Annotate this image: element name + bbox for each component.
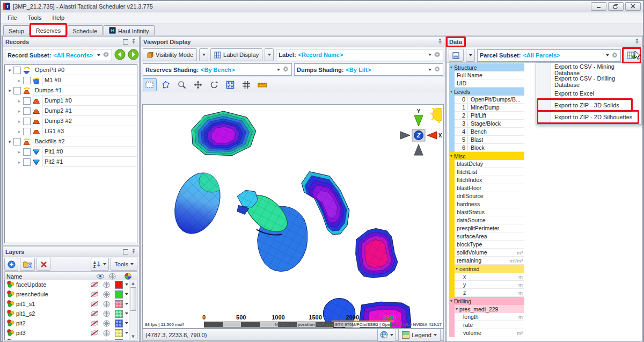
data-field-row[interactable]: lengthm [449, 313, 524, 321]
wireframe-icon[interactable] [100, 320, 113, 327]
gear-icon[interactable] [434, 51, 441, 59]
context-menu-item[interactable]: Export to Excel [536, 88, 641, 99]
name-column-header[interactable]: Name [5, 273, 94, 280]
gear-icon[interactable] [434, 66, 441, 74]
dumps-shading-dropdown[interactable]: Dumps Shading: <By Lift> [294, 63, 443, 76]
projection-globe-button[interactable] [377, 329, 396, 341]
tree-row[interactable]: ▸Pit2 #1 [5, 157, 137, 167]
context-menu-item[interactable]: Export to CSV - Drilling Database [536, 76, 641, 88]
context-menu-item[interactable]: Export to ZIP - 2D Silhouettes [536, 111, 641, 123]
collapse-arrow-icon[interactable]: ▾ [6, 68, 13, 73]
context-menu-item[interactable]: Export to ZIP - 3D Solids [536, 99, 641, 111]
data-field-row[interactable]: solidVolumem³ [449, 249, 524, 257]
close-button[interactable] [625, 2, 641, 11]
data-field-row[interactable]: drillSource [449, 192, 524, 200]
layer-row[interactable]: pit1_s1 [5, 299, 137, 309]
scroll-up-icon[interactable]: ▲ [129, 280, 137, 287]
menu-item-tools[interactable]: Tools [23, 13, 47, 22]
color-swatch[interactable] [115, 339, 123, 341]
data-field-row[interactable]: 5Blast [449, 136, 524, 144]
data-field-row[interactable]: blastDelay [449, 160, 524, 168]
section-collapse-icon[interactable]: ▾ [450, 89, 452, 94]
visibility-mode-dropdown[interactable] [199, 48, 208, 61]
section-collapse-icon[interactable]: ▾ [450, 154, 452, 158]
data-field-row[interactable]: zm [449, 289, 524, 297]
gear-icon[interactable] [611, 52, 618, 60]
layer-row[interactable]: pit2 [5, 318, 137, 328]
color-swatch[interactable] [115, 319, 123, 328]
tree-row[interactable]: ▸LG1 #3 [5, 126, 137, 136]
wireframe-icon[interactable] [100, 291, 113, 298]
tree-checkbox[interactable] [13, 138, 21, 145]
data-field-row[interactable]: blastStatus [449, 208, 524, 216]
data-field-row[interactable]: 1Mine/Dump [449, 104, 524, 112]
tree-row[interactable]: ▾Dumps #1 [5, 85, 137, 96]
data-field-row[interactable]: blockType [449, 241, 524, 249]
wireframe-column-wheel-icon[interactable] [106, 273, 119, 280]
color-swatch[interactable] [115, 310, 123, 318]
data-subsection-header[interactable]: ▾pres_medi_229 [449, 305, 524, 313]
color-swatch[interactable] [115, 300, 123, 308]
report-button[interactable] [449, 49, 464, 62]
visibility-off-icon[interactable] [88, 301, 100, 307]
collapse-arrow-icon[interactable]: ▾ [6, 88, 13, 93]
tree-checkbox[interactable] [23, 77, 31, 84]
tab-setup[interactable]: Setup [3, 25, 30, 36]
expand-arrow-icon[interactable]: ▸ [16, 129, 23, 134]
data-field-row[interactable]: ym [449, 281, 524, 289]
float-window-icon[interactable] [123, 249, 128, 254]
layer-color-cell[interactable] [113, 290, 125, 299]
expand-arrow-icon[interactable]: ▸ [16, 108, 23, 114]
restore-button[interactable] [608, 2, 624, 11]
data-field-row[interactable]: UID [449, 79, 524, 88]
float-window-icon[interactable] [123, 39, 128, 45]
report-dropdown[interactable] [466, 49, 475, 62]
wireframe-icon[interactable] [100, 301, 113, 308]
label-display-dropdown[interactable] [265, 48, 274, 61]
chevron-down-icon[interactable] [125, 293, 128, 295]
tree-checkbox[interactable] [23, 158, 31, 166]
layer-color-cell[interactable] [113, 300, 125, 308]
data-field-row[interactable]: Full Name [449, 71, 524, 79]
layer-color-cell[interactable] [113, 310, 125, 318]
tree-row[interactable]: ▾OpenPit #0 [5, 65, 137, 75]
layer-color-cell[interactable] [113, 329, 125, 337]
layer-tools-button[interactable]: Tools [111, 258, 137, 271]
visibility-off-icon[interactable] [88, 339, 100, 340]
context-menu-item[interactable]: Export to CSV - Mining Database [536, 64, 641, 76]
next-record-button[interactable] [128, 49, 139, 61]
zoom-tool[interactable] [175, 78, 189, 91]
tab-schedule[interactable]: Schedule [67, 25, 103, 36]
axis-orientation-widget[interactable]: YZX [395, 108, 442, 161]
minimize-button[interactable] [591, 2, 606, 11]
data-section-header[interactable]: ▾Misc [449, 152, 524, 160]
tree-checkbox[interactable] [13, 87, 21, 94]
wireframe-icon[interactable] [100, 339, 113, 341]
data-field-row[interactable]: volumem³ [449, 329, 524, 337]
data-field-row[interactable]: rate [449, 321, 524, 329]
data-section-header[interactable]: ▾Structure [449, 63, 524, 71]
collapse-arrow-icon[interactable]: ▾ [6, 139, 13, 144]
visibility-off-icon[interactable] [88, 281, 100, 288]
layer-color-cell[interactable] [113, 319, 125, 328]
color-swatch[interactable] [115, 281, 123, 289]
expand-arrow-icon[interactable]: ▸ [16, 78, 23, 83]
data-field-row[interactable]: flitchIndex [449, 176, 524, 184]
tree-checkbox[interactable] [23, 148, 31, 156]
chevron-down-icon[interactable] [125, 283, 128, 286]
tab-haul-infinity[interactable]: HHaul Infinity [104, 25, 154, 36]
data-field-row[interactable]: 2Pit/Lift [449, 112, 524, 120]
section-collapse-icon[interactable]: ▾ [450, 65, 452, 70]
data-field-row[interactable]: 0OpenPit/Dumps/B... [449, 96, 524, 104]
pan-tool[interactable] [191, 78, 205, 91]
data-field-row[interactable]: 6Block [449, 144, 524, 152]
layer-row[interactable]: faceUpdate [5, 280, 137, 289]
export-button[interactable] [623, 48, 640, 62]
data-section-header[interactable]: ▾Drilling [449, 297, 524, 305]
layer-row[interactable]: pit3 [5, 328, 137, 338]
wireframe-icon[interactable] [100, 330, 113, 337]
tree-checkbox[interactable] [23, 107, 31, 115]
delete-layer-button[interactable] [36, 258, 50, 271]
gear-icon[interactable] [282, 66, 289, 74]
data-field-row[interactable]: xm [449, 273, 524, 281]
